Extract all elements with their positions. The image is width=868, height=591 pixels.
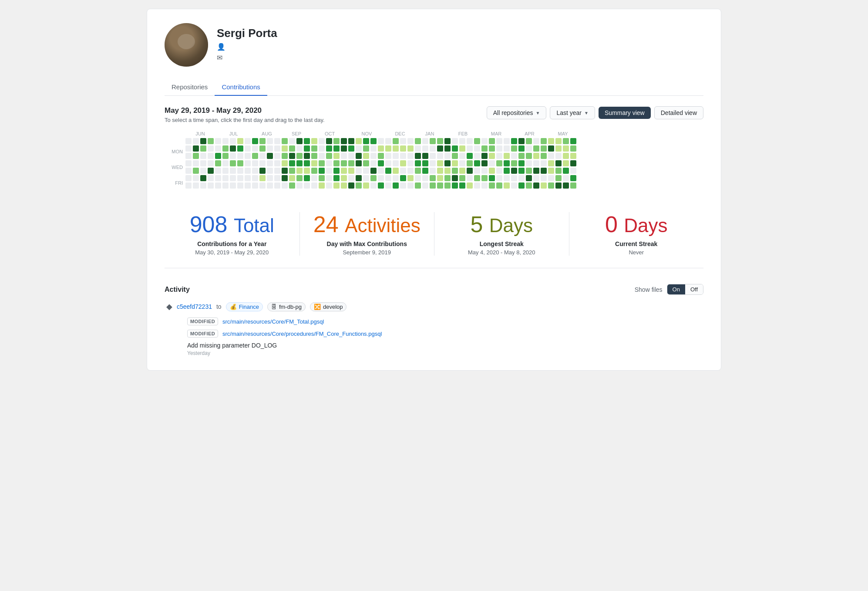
calendar-cell[interactable] xyxy=(200,160,206,166)
calendar-cell[interactable] xyxy=(245,160,251,166)
calendar-cell[interactable] xyxy=(193,168,199,174)
calendar-cell[interactable] xyxy=(467,182,473,189)
calendar-cell[interactable] xyxy=(400,168,406,174)
calendar-cell[interactable] xyxy=(304,182,310,189)
calendar-cell[interactable] xyxy=(526,138,532,144)
calendar-cell[interactable] xyxy=(267,168,273,174)
calendar-cell[interactable] xyxy=(311,153,317,159)
calendar-cell[interactable] xyxy=(356,153,362,159)
calendar-cell[interactable] xyxy=(274,138,280,144)
calendar-cell[interactable] xyxy=(208,182,214,189)
calendar-cell[interactable] xyxy=(452,138,458,144)
calendar-cell[interactable] xyxy=(237,168,243,174)
calendar-cell[interactable] xyxy=(474,182,480,189)
calendar-cell[interactable] xyxy=(333,182,340,189)
calendar-cell[interactable] xyxy=(296,145,303,152)
calendar-cell[interactable] xyxy=(237,153,243,159)
calendar-cell[interactable] xyxy=(319,168,325,174)
calendar-cell[interactable] xyxy=(222,175,229,181)
calendar-cell[interactable] xyxy=(356,145,362,152)
calendar-cell[interactable] xyxy=(452,145,458,152)
calendar-cell[interactable] xyxy=(504,175,510,181)
calendar-cell[interactable] xyxy=(422,182,428,189)
calendar-cell[interactable] xyxy=(459,182,465,189)
calendar-cell[interactable] xyxy=(555,182,562,189)
calendar-cell[interactable] xyxy=(467,138,473,144)
calendar-cell[interactable] xyxy=(296,175,303,181)
calendar-cell[interactable] xyxy=(452,175,458,181)
calendar-cell[interactable] xyxy=(319,138,325,144)
calendar-cell[interactable] xyxy=(208,175,214,181)
calendar-cell[interactable] xyxy=(570,175,576,181)
calendar-cell[interactable] xyxy=(548,175,554,181)
detailed-view-button[interactable]: Detailed view xyxy=(654,106,703,119)
calendar-cell[interactable] xyxy=(563,182,569,189)
calendar-cell[interactable] xyxy=(326,160,332,166)
calendar-cell[interactable] xyxy=(237,175,243,181)
calendar-cell[interactable] xyxy=(193,182,199,189)
calendar-cell[interactable] xyxy=(555,153,562,159)
calendar-cell[interactable] xyxy=(208,153,214,159)
calendar-cell[interactable] xyxy=(511,175,517,181)
calendar-cell[interactable] xyxy=(407,160,414,166)
calendar-cell[interactable] xyxy=(363,168,369,174)
calendar-cell[interactable] xyxy=(193,160,199,166)
calendar-cell[interactable] xyxy=(504,160,510,166)
calendar-cell[interactable] xyxy=(385,160,391,166)
calendar-cell[interactable] xyxy=(400,160,406,166)
calendar-cell[interactable] xyxy=(533,175,539,181)
calendar-cell[interactable] xyxy=(563,153,569,159)
calendar-cell[interactable] xyxy=(319,182,325,189)
calendar-cell[interactable] xyxy=(208,160,214,166)
calendar-cell[interactable] xyxy=(259,175,266,181)
calendar-cell[interactable] xyxy=(185,168,192,174)
calendar-cell[interactable] xyxy=(193,153,199,159)
calendar-cell[interactable] xyxy=(533,153,539,159)
calendar-cell[interactable] xyxy=(393,168,399,174)
calendar-cell[interactable] xyxy=(444,138,451,144)
calendar-cell[interactable] xyxy=(289,168,295,174)
calendar-cell[interactable] xyxy=(274,175,280,181)
calendar-cell[interactable] xyxy=(504,145,510,152)
calendar-cell[interactable] xyxy=(422,153,428,159)
calendar-cell[interactable] xyxy=(444,168,451,174)
calendar-cell[interactable] xyxy=(541,182,547,189)
calendar-cell[interactable] xyxy=(259,138,266,144)
calendar-cell[interactable] xyxy=(474,175,480,181)
calendar-cell[interactable] xyxy=(356,182,362,189)
calendar-cell[interactable] xyxy=(252,160,258,166)
calendar-cell[interactable] xyxy=(393,182,399,189)
calendar-cell[interactable] xyxy=(444,145,451,152)
calendar-cell[interactable] xyxy=(230,182,236,189)
calendar-cell[interactable] xyxy=(393,145,399,152)
calendar-cell[interactable] xyxy=(252,153,258,159)
calendar-cell[interactable] xyxy=(422,160,428,166)
calendar-cell[interactable] xyxy=(511,182,517,189)
calendar-cell[interactable] xyxy=(541,160,547,166)
calendar-cell[interactable] xyxy=(304,175,310,181)
calendar-cell[interactable] xyxy=(563,168,569,174)
calendar-cell[interactable] xyxy=(370,168,377,174)
calendar-cell[interactable] xyxy=(245,175,251,181)
calendar-cell[interactable] xyxy=(526,145,532,152)
calendar-cell[interactable] xyxy=(437,145,443,152)
calendar-cell[interactable] xyxy=(378,182,384,189)
toggle-off[interactable]: Off xyxy=(685,284,703,294)
branch-badge[interactable]: 🔀 develop xyxy=(310,302,347,311)
calendar-cell[interactable] xyxy=(555,145,562,152)
calendar-cell[interactable] xyxy=(422,145,428,152)
calendar-cell[interactable] xyxy=(282,145,288,152)
calendar-cell[interactable] xyxy=(452,160,458,166)
calendar-cell[interactable] xyxy=(563,160,569,166)
calendar-cell[interactable] xyxy=(341,175,347,181)
calendar-cell[interactable] xyxy=(252,138,258,144)
calendar-cell[interactable] xyxy=(378,153,384,159)
calendar-cell[interactable] xyxy=(341,160,347,166)
calendar-cell[interactable] xyxy=(222,145,229,152)
calendar-cell[interactable] xyxy=(282,182,288,189)
calendar-cell[interactable] xyxy=(489,138,495,144)
calendar-cell[interactable] xyxy=(533,160,539,166)
calendar-cell[interactable] xyxy=(563,145,569,152)
calendar-cell[interactable] xyxy=(378,138,384,144)
calendar-cell[interactable] xyxy=(193,145,199,152)
